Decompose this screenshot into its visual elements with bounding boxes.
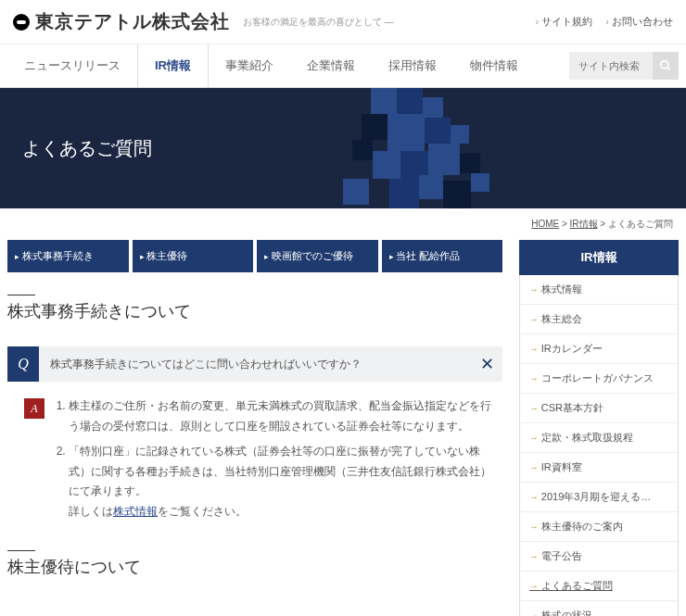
logo-icon (13, 14, 30, 31)
nav-property[interactable]: 物件情報 (453, 44, 535, 87)
crumb-ir[interactable]: IR情報 (570, 219, 598, 229)
sidebar-item[interactable]: 株式の状況 (520, 601, 678, 616)
breadcrumb: HOME > IR情報 > よくあるご質問 (0, 208, 686, 240)
sidebar-item[interactable]: IRカレンダー (520, 334, 678, 364)
sidebar-item-current[interactable]: よくあるご質問 (520, 572, 678, 601)
header-links: サイト規約 お問い合わせ (536, 15, 673, 29)
header: 東京テアトル株式会社 お客様の満足を最高の喜びとして ― サイト規約 お問い合わ… (0, 0, 686, 44)
sidebar-item[interactable]: IR資料室 (520, 453, 678, 483)
sidebar-list: 株式情報 株主総会 IRカレンダー コーポレートガバナンス CSR基本方針 定款… (519, 275, 679, 616)
nav-recruit[interactable]: 採用情報 (372, 44, 453, 87)
nav-ir[interactable]: IR情報 (137, 44, 209, 87)
search-input[interactable] (569, 53, 653, 79)
page-title: よくあるご質問 (22, 136, 152, 161)
tab-cinema[interactable]: 映画館でのご優待 (257, 240, 378, 272)
main-nav: ニュースリリース IR情報 事業紹介 企業情報 採用情報 物件情報 (0, 44, 686, 88)
a-icon: A (24, 398, 44, 419)
link-stock-info[interactable]: 株式情報 (113, 505, 158, 518)
section-title-benefits: 株主優待について (7, 556, 502, 585)
q-icon: Q (7, 346, 39, 382)
sidebar-header: IR情報 (519, 240, 679, 275)
logo[interactable]: 東京テアトル株式会社 (13, 9, 230, 34)
search-box (569, 52, 679, 80)
link-terms[interactable]: サイト規約 (536, 15, 593, 29)
crumb-current: よくあるご質問 (608, 219, 673, 229)
sidebar-item[interactable]: 2019年3月期を迎える… (520, 483, 678, 512)
main-content: 株式事務手続き 株主優待 映画館でのご優待 当社 配給作品 株式事務手続きについ… (7, 240, 502, 616)
nav-company[interactable]: 企業情報 (290, 44, 372, 87)
sidebar-item[interactable]: コーポレートガバナンス (520, 364, 678, 394)
logo-text: 東京テアトル株式会社 (35, 9, 230, 34)
sidebar-item[interactable]: 株式情報 (520, 275, 678, 305)
sidebar-item[interactable]: 定款・株式取扱規程 (520, 423, 678, 453)
tab-distribution[interactable]: 当社 配給作品 (382, 240, 503, 272)
tab-benefits[interactable]: 株主優待 (133, 240, 254, 272)
answer-body: 株主様のご住所・お名前の変更、単元未満株式の買取請求、配当金振込指定などを行う場… (52, 396, 502, 528)
hero: よくあるご質問 (0, 88, 686, 208)
faq-question: Q 株式事務手続きについてはどこに問い合わせればいいですか？ ✕ (7, 346, 502, 382)
sidebar-item[interactable]: 株主総会 (520, 305, 678, 334)
answer-item-2: 「特別口座」に記録されている株式（証券会社等の口座に振替が完了していない株式）に… (69, 442, 493, 522)
tagline: お客様の満足を最高の喜びとして ― (243, 16, 394, 29)
question-text: 株式事務手続きについてはどこに問い合わせればいいですか？ (39, 357, 471, 372)
close-icon[interactable]: ✕ (471, 346, 502, 382)
anchor-tabs: 株式事務手続き 株主優待 映画館でのご優待 当社 配給作品 (7, 240, 502, 272)
search-icon (659, 59, 672, 72)
crumb-home[interactable]: HOME (531, 219, 559, 229)
faq-answer: A 株主様のご住所・お名前の変更、単元未満株式の買取請求、配当金振込指定などを行… (7, 387, 502, 556)
search-button[interactable] (653, 52, 679, 80)
svg-line-1 (667, 68, 670, 70)
link-contact[interactable]: お問い合わせ (605, 15, 673, 29)
nav-news[interactable]: ニュースリリース (7, 44, 137, 87)
answer-item-1: 株主様のご住所・お名前の変更、単元未満株式の買取請求、配当金振込指定などを行う場… (69, 396, 493, 436)
sidebar: IR情報 株式情報 株主総会 IRカレンダー コーポレートガバナンス CSR基本… (519, 240, 679, 616)
nav-business[interactable]: 事業紹介 (209, 44, 290, 87)
sidebar-item[interactable]: 電子公告 (520, 542, 678, 572)
svg-point-0 (661, 61, 668, 69)
sidebar-item[interactable]: CSR基本方針 (520, 394, 678, 423)
section-title-procedures: 株式事務手続きについて (7, 300, 502, 330)
sidebar-item[interactable]: 株主優待のご案内 (520, 512, 678, 542)
hero-pattern (334, 88, 575, 208)
tab-procedures[interactable]: 株式事務手続き (7, 240, 129, 272)
